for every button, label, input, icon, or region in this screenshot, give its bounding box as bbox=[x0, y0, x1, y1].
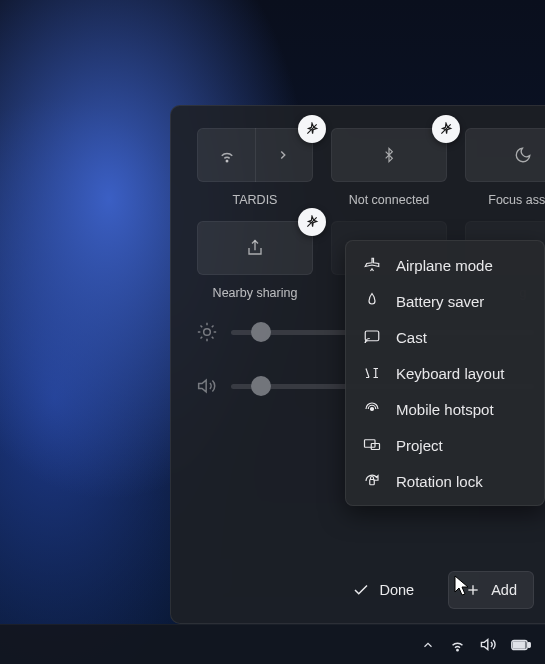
dropdown-item-airplane[interactable]: Airplane mode bbox=[346, 247, 544, 283]
dropdown-item-cast[interactable]: Cast bbox=[346, 319, 544, 355]
add-button[interactable]: Add bbox=[448, 571, 534, 609]
moon-icon bbox=[514, 146, 532, 164]
svg-point-18 bbox=[371, 408, 374, 411]
svg-point-22 bbox=[457, 649, 458, 650]
done-label: Done bbox=[380, 582, 415, 598]
svg-point-0 bbox=[227, 160, 229, 162]
hotspot-icon bbox=[362, 400, 382, 418]
svg-rect-25 bbox=[513, 641, 525, 647]
tray-wifi-icon[interactable] bbox=[449, 636, 466, 653]
dropdown-item-rotation[interactable]: Rotation lock bbox=[346, 463, 544, 499]
tray-chevron-up-icon[interactable] bbox=[421, 638, 435, 652]
bluetooth-label: Not connected bbox=[349, 193, 430, 207]
svg-line-12 bbox=[201, 337, 203, 339]
taskbar bbox=[0, 624, 545, 664]
dropdown-item-battery-saver[interactable]: Battery saver bbox=[346, 283, 544, 319]
wifi-button[interactable] bbox=[197, 128, 313, 182]
svg-marker-23 bbox=[481, 640, 487, 650]
dropdown-item-label: Mobile hotspot bbox=[396, 401, 494, 418]
dropdown-item-label: Cast bbox=[396, 329, 427, 346]
wifi-tile: TARDIS bbox=[197, 128, 313, 207]
svg-rect-26 bbox=[528, 642, 530, 647]
dropdown-item-label: Keyboard layout bbox=[396, 365, 504, 382]
bluetooth-icon bbox=[381, 145, 397, 165]
dropdown-item-hotspot[interactable]: Mobile hotspot bbox=[346, 391, 544, 427]
airplane-icon bbox=[362, 256, 382, 274]
dropdown-item-keyboard[interactable]: Keyboard layout bbox=[346, 355, 544, 391]
svg-line-8 bbox=[201, 326, 203, 328]
bluetooth-tile: Not connected bbox=[331, 128, 447, 207]
dropdown-item-label: Battery saver bbox=[396, 293, 484, 310]
svg-line-9 bbox=[212, 337, 214, 339]
wifi-label: TARDIS bbox=[233, 193, 278, 207]
check-icon bbox=[352, 581, 370, 599]
wifi-expand-icon[interactable] bbox=[266, 148, 301, 162]
battery-saver-icon bbox=[362, 292, 382, 310]
focus-assist-label: Focus assist bbox=[488, 193, 545, 207]
project-icon bbox=[362, 436, 382, 454]
svg-marker-14 bbox=[199, 380, 207, 392]
brightness-icon bbox=[197, 322, 217, 342]
panel-footer: Done Add bbox=[197, 561, 534, 609]
nearby-sharing-label: Nearby sharing bbox=[213, 286, 298, 300]
rotation-lock-icon bbox=[362, 472, 382, 490]
wifi-icon bbox=[210, 146, 245, 164]
focus-assist-tile: Focus assist bbox=[465, 128, 545, 207]
svg-point-5 bbox=[204, 329, 211, 336]
done-button[interactable]: Done bbox=[336, 571, 431, 609]
dropdown-item-label: Airplane mode bbox=[396, 257, 493, 274]
dropdown-item-project[interactable]: Project bbox=[346, 427, 544, 463]
svg-line-13 bbox=[212, 326, 214, 328]
nearby-sharing-tile: Nearby sharing bbox=[197, 221, 313, 300]
add-label: Add bbox=[491, 582, 517, 598]
unpin-bluetooth-button[interactable] bbox=[432, 115, 460, 143]
tray-battery-icon[interactable] bbox=[511, 638, 531, 652]
plus-icon bbox=[465, 582, 481, 598]
system-tray bbox=[421, 636, 531, 653]
unpin-nearby-button[interactable] bbox=[298, 208, 326, 236]
nearby-sharing-button[interactable] bbox=[197, 221, 313, 275]
dropdown-item-label: Rotation lock bbox=[396, 473, 483, 490]
add-dropdown-menu: Airplane mode Battery saver Cast Keyboar… bbox=[345, 240, 545, 506]
keyboard-icon bbox=[362, 364, 382, 382]
bluetooth-button[interactable] bbox=[331, 128, 447, 182]
speaker-icon bbox=[197, 376, 217, 396]
cast-icon bbox=[362, 328, 382, 346]
dropdown-item-label: Project bbox=[396, 437, 443, 454]
tray-speaker-icon[interactable] bbox=[480, 636, 497, 653]
unpin-wifi-button[interactable] bbox=[298, 115, 326, 143]
focus-assist-button[interactable] bbox=[465, 128, 545, 182]
share-icon bbox=[246, 239, 264, 257]
